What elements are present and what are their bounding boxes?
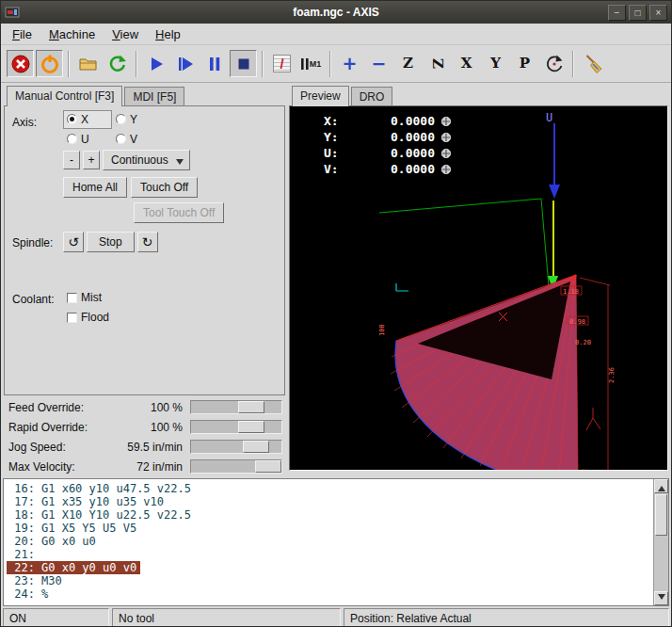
clear-plot-button[interactable] <box>579 50 606 77</box>
spindle-ccw-button[interactable]: ↺ <box>63 232 84 252</box>
overrides-block: Feed Override: 100 % Rapid Override: 100… <box>4 397 285 476</box>
view-perspective-button[interactable]: P <box>511 50 538 77</box>
jog-speed-slider[interactable] <box>190 440 282 454</box>
open-folder-icon <box>78 54 99 74</box>
close-button[interactable]: × <box>649 5 667 21</box>
view-z-rotated-button[interactable]: Z <box>424 50 451 77</box>
home-all-button[interactable]: Home All <box>63 177 127 198</box>
slider-handle[interactable] <box>243 441 269 453</box>
dimension-label: 100 <box>378 324 386 336</box>
jog-minus-button[interactable]: - <box>63 151 80 169</box>
axis-radio-x[interactable]: X <box>63 110 112 129</box>
view-x-button[interactable]: X <box>453 50 480 77</box>
gcode-line-text: G0 x0 y0 u0 v0 <box>41 561 136 574</box>
dimension-label: 1.18 <box>563 288 579 296</box>
gcode-line-text: M30 <box>41 574 62 587</box>
preview-canvas[interactable]: X: 0.0000 Y: 0.0000 U: 0.0000 <box>289 105 668 471</box>
zoom-out-button[interactable]: − <box>365 50 392 77</box>
view-y-icon: Y <box>490 56 501 71</box>
stop-button[interactable] <box>230 50 257 77</box>
coolant-flood-checkbox[interactable]: Flood <box>67 311 109 324</box>
coolant-mist-checkbox[interactable]: Mist <box>67 291 102 304</box>
skip-lines-button[interactable]: / <box>268 50 296 77</box>
menu-machine[interactable]: Machine <box>40 24 104 44</box>
arrow-down-icon <box>658 594 665 603</box>
slider-handle[interactable] <box>238 421 264 433</box>
gcode-line[interactable]: 23:M30 <box>7 574 653 587</box>
axis-radio-u[interactable]: U <box>63 133 112 146</box>
homed-icon <box>440 116 452 127</box>
scrollbar-thumb[interactable] <box>655 494 667 536</box>
coolant-mist-label: Mist <box>81 291 102 304</box>
gcode-line-current[interactable]: 22:G0 x0 y0 u0 v0 <box>7 561 653 574</box>
dro-row-x: X: 0.0000 <box>324 113 452 129</box>
gcode-line-number: 23: <box>7 574 35 587</box>
checkbox-icon <box>67 293 77 303</box>
jog-speed-value: 59.5 in/min <box>127 441 190 454</box>
optional-pause-button[interactable]: M1 <box>297 50 325 77</box>
dimension-label: 2.36 <box>608 367 616 383</box>
gcode-line[interactable]: 17:G1 x35 y10 u35 v10 <box>7 495 653 508</box>
rapid-override-value: 100 % <box>151 421 190 434</box>
tab-preview[interactable]: Preview <box>292 86 349 106</box>
spindle-stop-button[interactable]: Stop <box>87 232 135 252</box>
rotate-view-button[interactable] <box>540 50 568 77</box>
menu-help[interactable]: Help <box>147 24 189 44</box>
view-y-button[interactable]: Y <box>482 50 509 77</box>
dro-axis-value: 0.0000 <box>348 162 435 176</box>
pause-icon <box>204 54 225 74</box>
jog-mode-dropdown[interactable]: Continuous <box>103 150 190 170</box>
axis-radio-y[interactable]: Y <box>112 113 161 126</box>
menu-file[interactable]: File <box>4 24 40 44</box>
axis-radio-v-label: V <box>130 133 137 146</box>
view-z-button[interactable]: Z <box>394 50 422 77</box>
feed-override-slider[interactable] <box>190 400 282 414</box>
gcode-line[interactable]: 16:G1 x60 y10 u47.5 v22.5 <box>7 482 653 495</box>
gcode-line[interactable]: 20:G0 x0 u0 <box>7 535 653 548</box>
gcode-line[interactable]: 24:% <box>7 587 653 601</box>
tab-manual-control[interactable]: Manual Control [F3] <box>7 86 122 106</box>
tab-dro[interactable]: DRO <box>351 87 393 106</box>
gcode-line[interactable]: 18:G1 X10 Y10 u22.5 v22.5 <box>7 508 653 522</box>
tool-touch-off-button[interactable]: Tool Touch Off <box>134 202 224 223</box>
tab-mdi[interactable]: MDI [F5] <box>124 87 184 106</box>
dimension-label: 0.98 <box>569 318 585 326</box>
reload-button[interactable] <box>104 50 131 77</box>
gcode-text-area[interactable]: 16:G1 x60 y10 u47.5 v22.5 17:G1 x35 y10 … <box>4 479 653 605</box>
manual-control-frame: Axis: X Y U V <box>4 105 285 395</box>
gcode-line-text: G1 X10 Y10 u22.5 v22.5 <box>41 508 191 522</box>
step-button[interactable] <box>171 50 199 77</box>
estop-button[interactable] <box>7 50 34 77</box>
gcode-line[interactable]: 21: <box>7 548 653 561</box>
dro-axis-value: 0.0000 <box>348 114 435 128</box>
touch-off-button[interactable]: Touch Off <box>131 177 198 198</box>
run-button[interactable] <box>142 50 169 77</box>
scroll-up-button[interactable] <box>654 479 668 493</box>
gcode-scrollbar[interactable] <box>653 479 668 605</box>
rapid-override-slider[interactable] <box>190 420 282 434</box>
gcode-line-number: 18: <box>7 508 35 522</box>
axis-radio-v[interactable]: V <box>112 133 161 146</box>
menu-view[interactable]: View <box>104 24 147 44</box>
machine-power-button[interactable] <box>36 50 63 77</box>
maximize-button[interactable]: □ <box>629 5 647 21</box>
dro-axis-label: Y: <box>324 130 348 144</box>
spindle-cw-button[interactable]: ↻ <box>137 232 158 252</box>
spindle-cw-icon: ↻ <box>142 234 153 249</box>
scrollbar-trough[interactable] <box>654 537 668 591</box>
minimize-button[interactable]: − <box>608 5 626 21</box>
checkbox-icon <box>67 313 77 323</box>
zoom-in-button[interactable]: + <box>336 50 363 77</box>
slider-handle[interactable] <box>238 401 264 413</box>
max-velocity-slider[interactable] <box>190 459 282 474</box>
open-file-button[interactable] <box>74 50 102 77</box>
gcode-line[interactable]: 19:G1 X5 Y5 U5 V5 <box>7 522 653 535</box>
gcode-line-number: 16: <box>7 482 35 495</box>
jog-plus-button[interactable]: + <box>83 151 100 169</box>
gcode-line-text: G1 X5 Y5 U5 V5 <box>41 522 136 535</box>
slider-handle[interactable] <box>255 460 281 473</box>
dro-row-v: V: 0.0000 <box>324 161 452 177</box>
scroll-down-button[interactable] <box>654 591 668 605</box>
max-velocity-row: Max Velocity: 72 in/min <box>4 457 285 476</box>
pause-button[interactable] <box>200 50 228 77</box>
